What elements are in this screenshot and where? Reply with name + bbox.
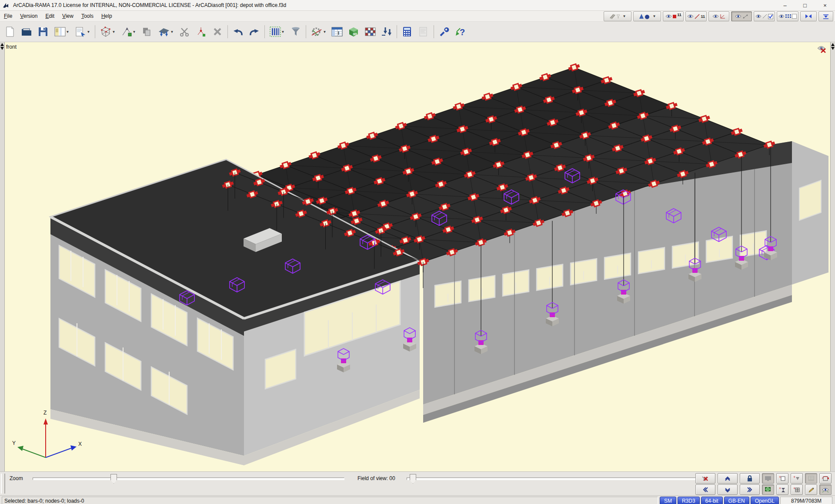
menu-view[interactable]: View [58,11,77,21]
lock-view-button[interactable] [740,473,760,484]
menu-edit[interactable]: Edit [41,11,58,21]
copy-button[interactable] [139,23,155,40]
viewport-splitter-right[interactable] [830,42,835,471]
undo-button[interactable] [230,23,246,40]
maximize-button[interactable]: □ [795,0,815,10]
section-cut-button[interactable] [695,473,715,484]
eye-icon [665,14,672,19]
fov-slider[interactable] [407,477,705,480]
status-badge-sm[interactable]: SM [660,497,676,504]
save-button[interactable] [35,23,51,40]
view-3d-button[interactable]: 3D [345,23,362,40]
status-badge-opengl[interactable]: OpenGL [751,497,779,504]
cone-sphere-icon [639,13,651,19]
frame-3d-button[interactable]: ▼ [97,23,118,40]
zoom-slider[interactable] [33,477,344,480]
view-buttons: + + + + [695,473,832,494]
close-button[interactable]: × [815,0,835,10]
toggle-dimensions[interactable] [731,11,752,21]
project-manager-button[interactable]: ▼ [51,23,72,40]
status-badge-r3d3[interactable]: R3D3 [678,497,700,504]
shading-combo[interactable]: ▼ [633,11,661,21]
shade-mode-button[interactable] [805,473,817,484]
paste-node-button[interactable] [193,23,209,40]
print-report-button[interactable] [415,23,432,40]
report-button[interactable]: ▼ [72,23,93,40]
pan-up-button[interactable] [718,473,738,484]
help-icon: ? [455,26,466,37]
pan-down-button[interactable] [718,484,738,495]
minimize-button[interactable]: – [775,0,795,10]
delete-button[interactable] [209,23,226,40]
wrench-icon [439,27,449,37]
mesh-grid-icon [364,27,376,37]
menu-file[interactable]: File [0,11,16,21]
eye-icon [735,14,741,19]
calculator-button[interactable] [399,23,415,40]
report-page-icon [75,27,87,37]
fit-view-button[interactable] [762,484,774,495]
toggle-node-numbers[interactable]: 11 [663,11,684,21]
zoom-out-button[interactable]: + [791,473,803,484]
open-file-button[interactable] [18,23,35,40]
svg-text:3D: 3D [353,32,357,36]
pan-left-button[interactable] [695,484,715,495]
node-angle-icon [121,27,132,37]
context-help-button[interactable]: ? [452,23,469,40]
calculation-settings-button[interactable]: ▼ [308,23,329,40]
checkbox-checked-icon [768,14,773,19]
axis-z-label: Z [43,410,47,416]
view-direction-button[interactable] [819,484,832,495]
collapse-panel-button[interactable] [818,11,833,21]
align-loads-button[interactable] [378,23,395,40]
redo-arrow-icon [249,27,260,36]
menu-version[interactable]: Version [16,11,41,21]
toggle-loads[interactable] [754,11,775,21]
toggle-bar-numbers[interactable]: 11 [685,11,707,21]
lock-icon [747,475,753,482]
status-badge-64bit[interactable]: 64-bit [701,497,723,504]
new-file-button[interactable] [2,23,18,40]
viewport-splitter-left[interactable] [0,42,5,471]
main-toolbar: ▼ ▼ ▼ ▼ ▼ ▼ ▼ I 3D ? [0,22,835,42]
filter-button[interactable] [287,23,304,40]
status-badge-lang[interactable]: GB-EN [724,497,749,504]
mesh-view-button[interactable] [362,23,378,40]
toggle-supports[interactable] [708,11,729,21]
options-button[interactable] [436,23,452,40]
fov-slider-thumb[interactable] [410,474,416,484]
report-grayed-icon [418,27,429,37]
render-mode-combo[interactable]: ▼ [604,11,631,21]
copy-icon [142,27,152,37]
model-viewport[interactable]: front Z Y X [0,42,835,471]
zoom-window-button[interactable]: + [776,473,788,484]
plus-hourglass-icon: + [779,487,786,493]
model-canvas[interactable] [0,42,835,471]
roof-arrows-icon [158,27,170,37]
display-bars-button[interactable]: ▼ [267,23,287,40]
axis-y-label: Y [12,440,16,446]
toolbar-grip[interactable] [1,474,5,494]
zoom-slider-thumb[interactable] [110,474,117,484]
cut-button[interactable] [176,23,193,40]
zoom-in-time-button[interactable]: + [776,484,788,495]
zoom-selection-button[interactable]: + [791,484,803,495]
full-model-view-button[interactable] [762,473,774,484]
mirror-icon [805,14,812,19]
draw-mode-button[interactable] [805,484,817,495]
pan-right-button[interactable] [740,484,760,495]
svg-text:I: I [338,30,339,36]
roof-tools-button[interactable]: ▼ [155,23,176,40]
node-square-icon [673,15,676,18]
memory-usage: 879M/7083M [780,497,832,504]
menu-help[interactable]: Help [97,11,116,21]
redo-button[interactable] [246,23,263,40]
toggle-mesh[interactable] [777,11,798,21]
eye-icon [755,14,762,19]
hide-view-icon[interactable] [817,45,828,53]
results-table-button[interactable]: I [329,23,345,40]
add-node-button[interactable]: ▼ [118,23,139,40]
rotate-view-button[interactable] [819,473,832,484]
mirror-view-button[interactable] [800,11,817,21]
menu-tools[interactable]: Tools [77,11,97,21]
